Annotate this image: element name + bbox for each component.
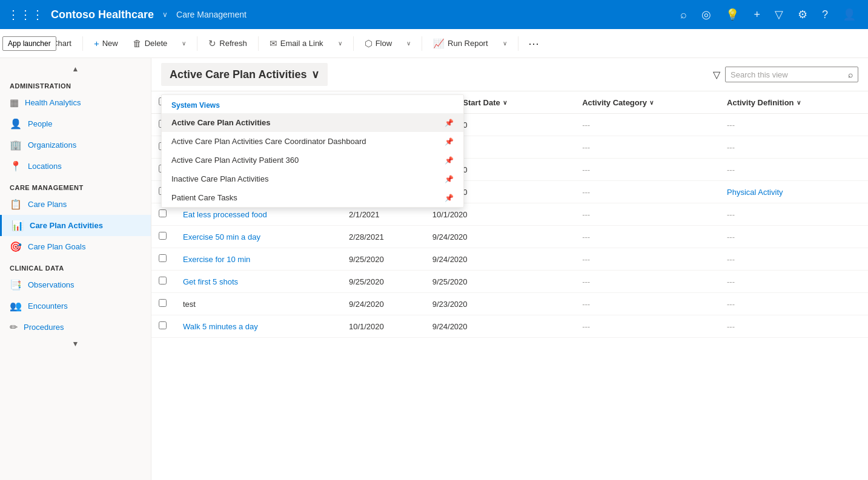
row-checkbox[interactable] [159, 299, 167, 307]
observations-icon: 📑 [10, 279, 22, 291]
sidebar-scroll-up[interactable]: ▲ [0, 63, 151, 75]
pin-icon-0[interactable]: 📌 [445, 119, 454, 127]
cell-category: --- [575, 226, 720, 248]
subject-link[interactable]: Get first 5 shots [183, 277, 238, 286]
circle-icon[interactable]: ◎ [701, 8, 711, 21]
subject-link[interactable]: Walk 5 minutes a day [183, 322, 258, 331]
table-row: test9/24/20209/23/2020------ [151, 293, 868, 315]
cell-subject[interactable]: Walk 5 minutes a day [176, 315, 342, 338]
flow-button[interactable]: ⬡ Flow [359, 35, 398, 53]
divider-5 [422, 36, 422, 51]
cell-category: --- [575, 293, 720, 315]
sidebar-item-organizations[interactable]: 🏢 Organizations [0, 134, 151, 156]
flow-chevron-button[interactable]: ∨ [400, 36, 417, 50]
cell-definition: --- [720, 293, 868, 315]
sidebar-item-encounters[interactable]: 👥 Encounters [0, 295, 151, 317]
people-icon: 👤 [10, 118, 22, 130]
delete-button[interactable]: 🗑 Delete [127, 35, 174, 52]
trash-icon: 🗑 [133, 38, 142, 48]
definition-link[interactable]: Physical Activity [727, 188, 783, 197]
sidebar-item-care-plan-activities[interactable]: 📊 Care Plan Activities [0, 215, 151, 236]
subject-link[interactable]: Exercise for 10 min [183, 255, 250, 264]
more-commands-button[interactable]: ∨ [176, 36, 192, 50]
cell-start-date: 9/23/2020 [425, 293, 575, 315]
row-checkbox[interactable] [159, 277, 167, 284]
email-link-button[interactable]: ✉ Email a Link [263, 35, 330, 53]
overflow-menu-button[interactable]: ⋯ [523, 37, 544, 50]
cell-definition: --- [720, 226, 868, 248]
sidebar-item-health-analytics[interactable]: ▦ Health Analytics [0, 92, 151, 113]
table-row: Get first 5 shots9/25/20209/25/2020-----… [151, 271, 868, 293]
col-activity-definition[interactable]: Activity Definition ∨ [720, 91, 868, 114]
filter-icon[interactable]: ▽ [775, 8, 783, 21]
dropdown-item-0[interactable]: Active Care Plan Activities 📌 [162, 113, 463, 132]
divider-1 [82, 36, 83, 51]
new-button[interactable]: + New [88, 35, 124, 52]
lightbulb-icon[interactable]: 💡 [726, 8, 739, 21]
module-name: Care Management [176, 10, 247, 19]
sidebar-scroll-down[interactable]: ▼ [0, 338, 151, 350]
search-box[interactable]: ⌕ [725, 67, 858, 82]
plus-icon: + [94, 38, 99, 48]
cell-due-date: 2/28/2021 [342, 226, 425, 248]
app-grid-icon[interactable]: ⋮⋮⋮ [7, 7, 44, 22]
app-launcher-button[interactable]: App launcher [2, 36, 56, 51]
sidebar-item-care-plans[interactable]: 📋 Care Plans [0, 194, 151, 215]
view-header: Active Care Plan Activities ∨ System Vie… [151, 58, 868, 91]
row-checkbox[interactable] [159, 254, 167, 262]
run-report-chevron-button[interactable]: ∨ [497, 36, 513, 50]
app-chevron-icon[interactable]: ∨ [162, 10, 168, 19]
help-icon[interactable]: ? [822, 8, 828, 21]
cell-due-date: 10/1/2020 [342, 315, 425, 338]
section-care-management: Care Management [0, 177, 151, 194]
subject-link[interactable]: Exercise 50 min a day [183, 232, 260, 242]
encounters-icon: 👥 [10, 300, 22, 312]
cell-definition: --- [720, 248, 868, 271]
sidebar-item-procedures[interactable]: ✏ Procedures [0, 317, 151, 338]
pin-icon-1[interactable]: 📌 [445, 137, 454, 146]
cell-subject[interactable]: Get first 5 shots [176, 271, 342, 293]
dropdown-item-4[interactable]: Patient Care Tasks 📌 [162, 188, 463, 207]
view-dropdown-menu: System Views Active Care Plan Activities… [161, 94, 464, 208]
sidebar-item-observations[interactable]: 📑 Observations [0, 274, 151, 295]
sidebar-item-care-plan-goals[interactable]: 🎯 Care Plan Goals [0, 236, 151, 257]
row-checkbox[interactable] [159, 321, 167, 329]
view-filter-icon[interactable]: ▽ [713, 69, 720, 81]
dropdown-item-2[interactable]: Active Care Plan Activity Patient 360 📌 [162, 151, 463, 169]
divider-2 [197, 36, 197, 51]
view-header-right: ▽ ⌕ [713, 67, 858, 82]
run-report-button[interactable]: 📈 Run Report [427, 35, 494, 53]
refresh-button[interactable]: ↻ Refresh [202, 35, 253, 53]
sidebar-item-people[interactable]: 👤 People [0, 113, 151, 134]
report-icon: 📈 [433, 38, 445, 49]
row-checkbox[interactable] [159, 209, 167, 217]
cell-category: --- [575, 136, 720, 159]
pin-icon-3[interactable]: 📌 [445, 175, 454, 183]
cell-category: --- [575, 159, 720, 181]
dropdown-item-3[interactable]: Inactive Care Plan Activities 📌 [162, 169, 463, 188]
add-icon[interactable]: + [754, 8, 760, 21]
email-chevron-button[interactable]: ∨ [332, 36, 348, 50]
cell-definition[interactable]: Physical Activity [720, 181, 868, 203]
search-submit-icon[interactable]: ⌕ [848, 70, 853, 79]
cell-subject[interactable]: Exercise 50 min a day [176, 226, 342, 248]
care-plans-icon: 📋 [10, 199, 22, 210]
cell-start-date: 9/25/2020 [425, 271, 575, 293]
pin-icon-4[interactable]: 📌 [445, 194, 454, 202]
profile-icon[interactable]: 👤 [843, 8, 856, 21]
email-icon: ✉ [270, 38, 277, 49]
settings-icon[interactable]: ⚙ [798, 8, 807, 21]
cell-start-date: 9/24/2020 [425, 226, 575, 248]
cell-category: --- [575, 181, 720, 203]
col-activity-category[interactable]: Activity Category ∨ [575, 91, 720, 114]
dropdown-item-1[interactable]: Active Care Plan Activities Care Coordin… [162, 132, 463, 151]
sidebar-item-locations[interactable]: 📍 Locations [0, 156, 151, 177]
search-input[interactable] [731, 70, 844, 79]
pin-icon-2[interactable]: 📌 [445, 156, 454, 165]
search-icon[interactable]: ⌕ [680, 8, 687, 21]
health-analytics-icon: ▦ [10, 97, 19, 108]
subject-link[interactable]: Eat less processed food [183, 210, 267, 219]
view-title-dropdown-button[interactable]: Active Care Plan Activities ∨ [161, 63, 328, 86]
row-checkbox[interactable] [159, 232, 167, 240]
cell-subject[interactable]: Exercise for 10 min [176, 248, 342, 271]
